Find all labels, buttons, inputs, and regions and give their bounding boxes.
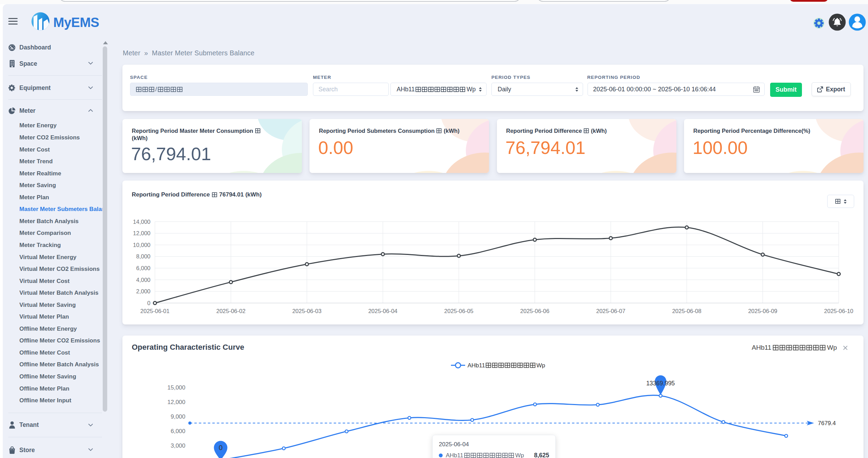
svg-text:4,000: 4,000 [136, 277, 150, 283]
svg-text:2,000: 2,000 [136, 288, 150, 294]
svg-text:8,000: 8,000 [136, 253, 150, 259]
svg-text:2025-06-01: 2025-06-01 [140, 308, 169, 314]
svg-text:6,000: 6,000 [170, 428, 185, 434]
svg-text:AHb11: AHb11 [468, 362, 485, 369]
svg-text:Wp: Wp [536, 362, 545, 369]
svg-text:2025-06-06: 2025-06-06 [520, 308, 549, 314]
svg-text:7679.4: 7679.4 [818, 420, 836, 427]
svg-text:2025-06-07: 2025-06-07 [596, 308, 625, 314]
svg-text:10,000: 10,000 [133, 242, 150, 248]
svg-text:13369.995: 13369.995 [646, 380, 675, 387]
svg-text:0: 0 [147, 300, 150, 306]
svg-text:15,000: 15,000 [167, 384, 185, 391]
svg-text:2025-06-09: 2025-06-09 [748, 308, 777, 314]
svg-text:2025-06-04: 2025-06-04 [368, 308, 397, 314]
svg-text:2025-06-03: 2025-06-03 [292, 308, 321, 314]
svg-text:6,000: 6,000 [136, 265, 150, 271]
svg-text:2025-06-10: 2025-06-10 [824, 308, 853, 314]
svg-text:2025-06-08: 2025-06-08 [672, 308, 701, 314]
svg-text:0: 0 [219, 444, 222, 451]
svg-text:12,000: 12,000 [167, 399, 185, 405]
svg-text:9,000: 9,000 [170, 413, 185, 420]
svg-text:2025-06-05: 2025-06-05 [444, 308, 473, 314]
svg-text:2025-06-02: 2025-06-02 [216, 308, 245, 314]
svg-text:3,000: 3,000 [170, 442, 185, 449]
svg-text:14,000: 14,000 [133, 219, 150, 225]
svg-text:12,000: 12,000 [133, 230, 150, 236]
